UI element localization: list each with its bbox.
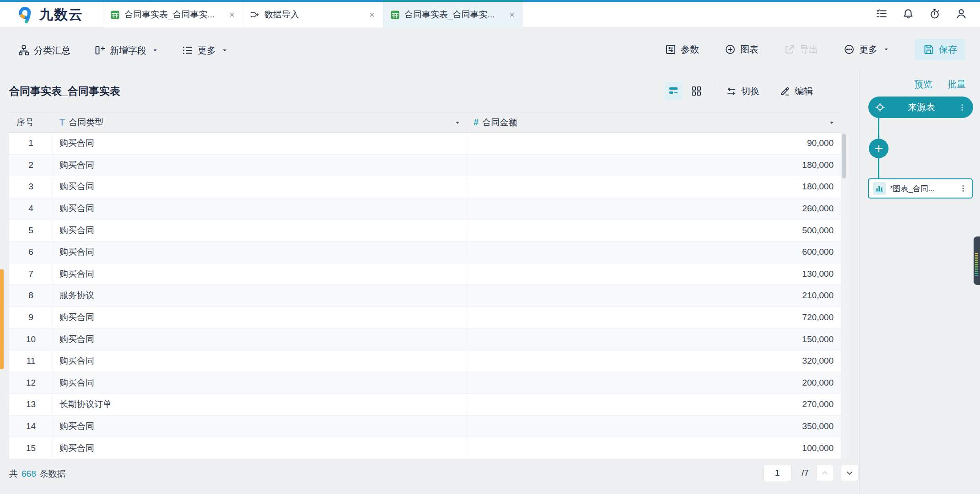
right-edge-panel-handle[interactable]	[974, 236, 980, 285]
row-index-cell: 3	[9, 176, 53, 198]
chart-button[interactable]: 图表	[725, 43, 759, 56]
prev-page-button[interactable]	[816, 465, 834, 481]
edit-button[interactable]: 编辑	[780, 85, 813, 97]
batch-link[interactable]: 批量	[948, 78, 966, 91]
table-row[interactable]: 10 购买合同 150,000	[9, 328, 841, 350]
chevron-down-icon	[883, 46, 889, 53]
source-table-label: 来源表	[885, 101, 958, 113]
contract-amount-cell: 200,000	[467, 372, 841, 394]
panel-links: 预览 批量	[914, 78, 966, 91]
user-icon[interactable]	[955, 8, 967, 20]
topbar-icon-group	[876, 8, 967, 20]
contract-amount-cell: 350,000	[467, 416, 841, 437]
next-page-button[interactable]	[841, 465, 858, 481]
more-right-button[interactable]: 更多	[844, 43, 889, 56]
chart-node-label: *图表_合同...	[890, 183, 954, 194]
add-column-icon	[94, 45, 105, 56]
toolbar-left: 分类汇总 新增字段 更多	[18, 40, 228, 60]
table-row[interactable]: 7 购买合同 130,000	[9, 263, 841, 285]
row-index-cell: 5	[9, 220, 53, 241]
pagination: /7	[763, 465, 858, 481]
add-step-button[interactable]	[869, 139, 888, 158]
save-label: 保存	[939, 43, 957, 56]
contract-type-cell: 购买合同	[53, 307, 467, 328]
table-row[interactable]: 1 购买合同 90,000	[9, 133, 841, 155]
top-bar: 九数云 合同事实表_合同事实... × 数据导入 ×	[0, 0, 980, 27]
column-dropdown-icon[interactable]	[454, 119, 461, 126]
table-row[interactable]: 15 购买合同 100,000	[9, 437, 841, 459]
brand-name: 九数云	[39, 5, 83, 24]
contract-type-cell: 购买合同	[53, 198, 467, 220]
contract-amount-cell: 180,000	[467, 176, 841, 198]
close-icon[interactable]: ×	[507, 10, 517, 20]
list-view-toggle[interactable]	[664, 82, 683, 100]
contract-amount-cell: 90,000	[467, 133, 841, 154]
more-left-button[interactable]: 更多	[182, 44, 228, 57]
column-dropdown-icon[interactable]	[828, 119, 835, 126]
data-table: 序号 T 合同类型 # 合同金额 1 购买合同 90,000 2 购买合同 18…	[9, 112, 841, 459]
table-row[interactable]: 2 购买合同 180,000	[9, 155, 841, 177]
table-row[interactable]: 9 购买合同 720,000	[9, 307, 841, 329]
bell-icon[interactable]	[902, 8, 914, 20]
tab-label: 合同事实表_合同事实...	[404, 9, 503, 21]
table-row[interactable]: 5 购买合同 500,000	[9, 220, 841, 242]
contract-amount-cell: 130,000	[467, 263, 841, 285]
tab-data-import[interactable]: 数据导入 ×	[243, 2, 383, 27]
divider	[716, 85, 716, 97]
contract-amount-cell: 210,000	[467, 285, 841, 306]
page-input[interactable]	[763, 465, 792, 481]
export-button[interactable]: 导出	[784, 43, 818, 56]
group-summary-button[interactable]: 分类汇总	[18, 44, 70, 57]
table-row[interactable]: 6 购买合同 600,000	[9, 242, 841, 263]
more-dots-icon[interactable]	[958, 103, 967, 112]
header-index-label: 序号	[16, 117, 34, 129]
contract-amount-cell: 270,000	[467, 394, 841, 415]
table-row[interactable]: 13 长期协议订单 270,000	[9, 394, 841, 416]
edit-label: 编辑	[795, 85, 813, 97]
add-field-button[interactable]: 新增字段	[94, 44, 158, 57]
close-icon[interactable]: ×	[227, 10, 237, 20]
params-button[interactable]: 参数	[665, 43, 699, 56]
table-row[interactable]: 8 服务协议 210,000	[9, 285, 841, 307]
contract-type-cell: 购买合同	[53, 416, 467, 437]
more-dots-icon[interactable]	[958, 184, 968, 193]
tab-contract-fact-table-1[interactable]: 合同事实表_合同事实... ×	[103, 2, 243, 27]
export-icon	[784, 44, 795, 55]
table-row[interactable]: 11 购买合同 320,000	[9, 350, 841, 372]
tab-contract-fact-table-2-active[interactable]: 合同事实表_合同事实... ×	[383, 2, 523, 27]
grid-view-toggle[interactable]	[687, 82, 705, 100]
parameters-icon	[665, 44, 676, 55]
save-button[interactable]: 保存	[915, 39, 965, 60]
row-index-cell: 1	[9, 133, 53, 154]
table-row[interactable]: 3 购买合同 180,000	[9, 176, 841, 198]
locate-crosshair-icon	[875, 102, 885, 113]
preview-link[interactable]: 预览	[914, 78, 932, 91]
table-row[interactable]: 12 购买合同 200,000	[9, 372, 841, 394]
source-table-node[interactable]: 来源表	[868, 97, 973, 118]
bar-chart-icon	[873, 182, 886, 195]
switch-button[interactable]: 切换	[726, 85, 759, 97]
header-contract-amount[interactable]: # 合同金额	[467, 113, 841, 132]
contract-amount-cell: 500,000	[467, 220, 841, 241]
contract-amount-cell: 320,000	[467, 350, 841, 372]
table-row[interactable]: 4 购买合同 260,000	[9, 198, 841, 220]
app-logo[interactable]: 九数云	[17, 5, 83, 24]
header-contract-type[interactable]: T 合同类型	[53, 113, 467, 132]
row-count-status: 共 668 条数据	[9, 468, 66, 480]
chevron-up-icon	[820, 468, 829, 478]
close-icon[interactable]: ×	[367, 10, 377, 20]
table-row[interactable]: 14 购买合同 350,000	[9, 416, 841, 438]
brand-logo-icon	[17, 6, 35, 24]
count-value[interactable]: 668	[22, 469, 36, 479]
add-field-label: 新增字段	[110, 44, 146, 57]
page-total: /7	[802, 468, 809, 478]
row-index-cell: 9	[9, 307, 53, 328]
timer-icon[interactable]	[929, 8, 941, 20]
contract-type-cell: 服务协议	[53, 285, 467, 306]
row-index-cell: 12	[9, 372, 53, 394]
contract-type-cell: 购买合同	[53, 328, 467, 350]
table-scrollbar-thumb[interactable]	[842, 134, 846, 178]
contract-amount-cell: 150,000	[467, 328, 841, 350]
task-list-icon[interactable]	[876, 8, 888, 20]
chart-output-node[interactable]: *图表_合同...	[868, 178, 973, 199]
